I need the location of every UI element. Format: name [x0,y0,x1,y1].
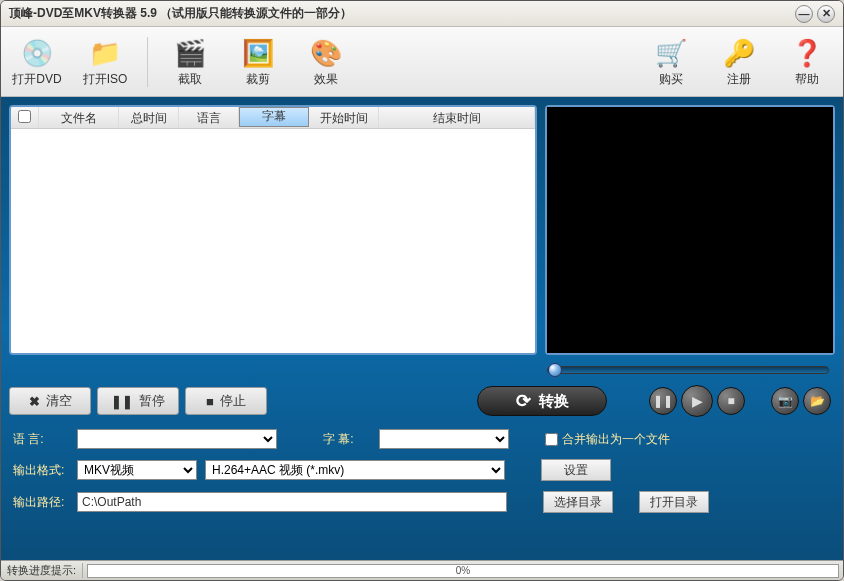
iso-icon: 📁 [87,35,123,71]
merge-checkbox-wrap[interactable]: 合并输出为一个文件 [545,431,670,448]
col-start-time[interactable]: 开始时间 [309,107,379,128]
preview-panel [545,105,835,355]
file-list-panel: 文件名 总时间 语言 字幕 开始时间 结束时间 [9,105,537,355]
effect-button[interactable]: 🎨 效果 [296,32,356,92]
merge-label: 合并输出为一个文件 [562,431,670,448]
output-path-input[interactable] [77,492,507,512]
crop-label: 裁剪 [246,71,270,88]
register-button[interactable]: 🔑 注册 [709,32,769,92]
file-list-header: 文件名 总时间 语言 字幕 开始时间 结束时间 [11,107,535,129]
key-icon: 🔑 [721,35,757,71]
crop-icon: 🖼️ [240,35,276,71]
col-subtitle[interactable]: 字幕 [239,107,309,127]
language-select[interactable] [77,429,277,449]
open-dvd-label: 打开DVD [12,71,61,88]
crop-button[interactable]: 🖼️ 裁剪 [228,32,288,92]
main-content: 文件名 总时间 语言 字幕 开始时间 结束时间 [1,97,843,560]
top-row: 文件名 总时间 语言 字幕 开始时间 结束时间 [9,105,835,355]
dvd-icon: 💿 [19,35,55,71]
stop-button[interactable]: ■ 停止 [185,387,267,415]
output-format-label: 输出格式: [13,462,69,479]
close-button[interactable]: ✕ [817,5,835,23]
convert-label: 转换 [539,392,569,411]
cart-icon: 🛒 [653,35,689,71]
open-iso-label: 打开ISO [83,71,128,88]
language-label: 语 言: [13,431,69,448]
title-bar: 顶峰-DVD至MKV转换器 5.9 （试用版只能转换源文件的一部分） — ✕ [1,1,843,27]
toolbar-separator [147,37,148,87]
stop-label: 停止 [220,392,246,410]
window-title: 顶峰-DVD至MKV转换器 5.9 （试用版只能转换源文件的一部分） [9,5,791,22]
preview-screen [547,107,833,353]
register-label: 注册 [727,71,751,88]
output-profile-select[interactable]: H.264+AAC 视频 (*.mkv) [205,460,505,480]
slider-row [9,361,835,379]
stop-icon: ■ [206,394,214,409]
col-total-time[interactable]: 总时间 [119,107,179,128]
pause-label: 暂停 [139,392,165,410]
snapshot-button[interactable]: 📷 [771,387,799,415]
status-label: 转换进度提示: [1,563,83,578]
output-path-label: 输出路径: [13,494,69,511]
scissors-icon: 🎬 [172,35,208,71]
open-dvd-button[interactable]: 💿 打开DVD [7,32,67,92]
status-bar: 转换进度提示: 0% [1,560,843,580]
open-dir-button[interactable]: 打开目录 [639,491,709,513]
capture-label: 截取 [178,71,202,88]
format-row: 输出格式: MKV视频 H.264+AAC 视频 (*.mkv) 设置 [13,459,831,481]
help-icon: ❓ [789,35,825,71]
playback-play-button[interactable]: ▶ [681,385,713,417]
file-list-body[interactable] [11,129,535,353]
preview-seek-slider[interactable] [547,366,829,374]
col-checkbox[interactable] [11,107,39,128]
convert-button[interactable]: ⟳ 转换 [477,386,607,416]
buy-label: 购买 [659,71,683,88]
help-button[interactable]: ❓ 帮助 [777,32,837,92]
col-end-time[interactable]: 结束时间 [379,107,535,128]
seek-thumb[interactable] [548,363,562,377]
col-language[interactable]: 语言 [179,107,239,128]
x-icon: ✖ [29,394,40,409]
clear-label: 清空 [46,392,72,410]
pause-button[interactable]: ❚❚ 暂停 [97,387,179,415]
select-dir-button[interactable]: 选择目录 [543,491,613,513]
main-toolbar: 💿 打开DVD 📁 打开ISO 🎬 截取 🖼️ 裁剪 🎨 效果 [1,27,843,97]
settings-button[interactable]: 设置 [541,459,611,481]
settings-panel: 语 言: 字 幕: 合并输出为一个文件 输出格式: MKV视频 H.264+AA… [9,423,835,519]
path-row: 输出路径: 选择目录 打开目录 [13,491,831,513]
capture-button[interactable]: 🎬 截取 [160,32,220,92]
playback-controls: ❚❚ ▶ ■ 📷 📂 [649,385,835,417]
app-window: 顶峰-DVD至MKV转换器 5.9 （试用版只能转换源文件的一部分） — ✕ 💿… [0,0,844,581]
playback-stop-button[interactable]: ■ [717,387,745,415]
pause-icon: ❚❚ [111,394,133,409]
select-all-checkbox[interactable] [18,110,31,123]
effect-label: 效果 [314,71,338,88]
clear-button[interactable]: ✖ 清空 [9,387,91,415]
buy-button[interactable]: 🛒 购买 [641,32,701,92]
help-label: 帮助 [795,71,819,88]
merge-checkbox[interactable] [545,433,558,446]
playback-pause-button[interactable]: ❚❚ [649,387,677,415]
progress-bar: 0% [87,564,839,578]
progress-percent: 0% [456,565,470,576]
open-folder-button[interactable]: 📂 [803,387,831,415]
open-iso-button[interactable]: 📁 打开ISO [75,32,135,92]
palette-icon: 🎨 [308,35,344,71]
refresh-icon: ⟳ [516,390,531,412]
output-format-select[interactable]: MKV视频 [77,460,197,480]
subtitle-label: 字 幕: [323,431,371,448]
control-row: ✖ 清空 ❚❚ 暂停 ■ 停止 ⟳ 转换 ❚❚ ▶ ■ 📷 [9,385,835,417]
lang-sub-row: 语 言: 字 幕: 合并输出为一个文件 [13,429,831,449]
minimize-button[interactable]: — [795,5,813,23]
col-filename[interactable]: 文件名 [39,107,119,128]
subtitle-select[interactable] [379,429,509,449]
